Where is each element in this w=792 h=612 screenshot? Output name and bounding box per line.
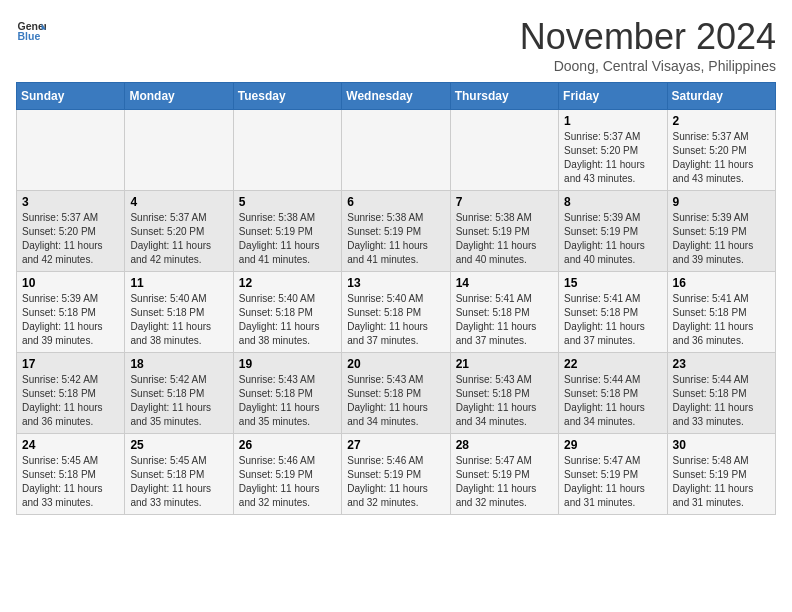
weekday-header-sunday: Sunday: [17, 83, 125, 110]
calendar-cell: 19Sunrise: 5:43 AM Sunset: 5:18 PM Dayli…: [233, 353, 341, 434]
day-info: Sunrise: 5:38 AM Sunset: 5:19 PM Dayligh…: [239, 211, 336, 267]
day-info: Sunrise: 5:39 AM Sunset: 5:18 PM Dayligh…: [22, 292, 119, 348]
calendar-cell: 10Sunrise: 5:39 AM Sunset: 5:18 PM Dayli…: [17, 272, 125, 353]
calendar-cell: [342, 110, 450, 191]
weekday-row: SundayMondayTuesdayWednesdayThursdayFrid…: [17, 83, 776, 110]
calendar-cell: 23Sunrise: 5:44 AM Sunset: 5:18 PM Dayli…: [667, 353, 775, 434]
day-info: Sunrise: 5:37 AM Sunset: 5:20 PM Dayligh…: [130, 211, 227, 267]
location: Doong, Central Visayas, Philippines: [520, 58, 776, 74]
weekday-header-thursday: Thursday: [450, 83, 558, 110]
logo-icon: General Blue: [16, 16, 46, 46]
day-number: 10: [22, 276, 119, 290]
calendar-cell: 15Sunrise: 5:41 AM Sunset: 5:18 PM Dayli…: [559, 272, 667, 353]
day-number: 18: [130, 357, 227, 371]
calendar-cell: [233, 110, 341, 191]
day-info: Sunrise: 5:42 AM Sunset: 5:18 PM Dayligh…: [22, 373, 119, 429]
page-header: General Blue November 2024 Doong, Centra…: [16, 16, 776, 74]
calendar-cell: 27Sunrise: 5:46 AM Sunset: 5:19 PM Dayli…: [342, 434, 450, 515]
calendar-cell: 26Sunrise: 5:46 AM Sunset: 5:19 PM Dayli…: [233, 434, 341, 515]
day-number: 4: [130, 195, 227, 209]
day-info: Sunrise: 5:46 AM Sunset: 5:19 PM Dayligh…: [347, 454, 444, 510]
calendar-cell: 28Sunrise: 5:47 AM Sunset: 5:19 PM Dayli…: [450, 434, 558, 515]
day-info: Sunrise: 5:43 AM Sunset: 5:18 PM Dayligh…: [456, 373, 553, 429]
month-title: November 2024: [520, 16, 776, 58]
calendar-cell: 22Sunrise: 5:44 AM Sunset: 5:18 PM Dayli…: [559, 353, 667, 434]
weekday-header-monday: Monday: [125, 83, 233, 110]
day-info: Sunrise: 5:47 AM Sunset: 5:19 PM Dayligh…: [564, 454, 661, 510]
day-info: Sunrise: 5:37 AM Sunset: 5:20 PM Dayligh…: [673, 130, 770, 186]
day-info: Sunrise: 5:42 AM Sunset: 5:18 PM Dayligh…: [130, 373, 227, 429]
calendar-cell: 7Sunrise: 5:38 AM Sunset: 5:19 PM Daylig…: [450, 191, 558, 272]
calendar-cell: 14Sunrise: 5:41 AM Sunset: 5:18 PM Dayli…: [450, 272, 558, 353]
day-number: 3: [22, 195, 119, 209]
title-block: November 2024 Doong, Central Visayas, Ph…: [520, 16, 776, 74]
day-info: Sunrise: 5:44 AM Sunset: 5:18 PM Dayligh…: [673, 373, 770, 429]
calendar-cell: 24Sunrise: 5:45 AM Sunset: 5:18 PM Dayli…: [17, 434, 125, 515]
day-info: Sunrise: 5:39 AM Sunset: 5:19 PM Dayligh…: [564, 211, 661, 267]
day-info: Sunrise: 5:44 AM Sunset: 5:18 PM Dayligh…: [564, 373, 661, 429]
day-number: 2: [673, 114, 770, 128]
day-info: Sunrise: 5:46 AM Sunset: 5:19 PM Dayligh…: [239, 454, 336, 510]
day-number: 17: [22, 357, 119, 371]
day-number: 23: [673, 357, 770, 371]
day-info: Sunrise: 5:39 AM Sunset: 5:19 PM Dayligh…: [673, 211, 770, 267]
day-number: 22: [564, 357, 661, 371]
day-number: 1: [564, 114, 661, 128]
calendar-week-1: 1Sunrise: 5:37 AM Sunset: 5:20 PM Daylig…: [17, 110, 776, 191]
day-number: 14: [456, 276, 553, 290]
calendar-cell: 18Sunrise: 5:42 AM Sunset: 5:18 PM Dayli…: [125, 353, 233, 434]
day-number: 15: [564, 276, 661, 290]
svg-text:Blue: Blue: [18, 30, 41, 42]
day-info: Sunrise: 5:40 AM Sunset: 5:18 PM Dayligh…: [347, 292, 444, 348]
day-info: Sunrise: 5:38 AM Sunset: 5:19 PM Dayligh…: [347, 211, 444, 267]
day-number: 26: [239, 438, 336, 452]
calendar-cell: 29Sunrise: 5:47 AM Sunset: 5:19 PM Dayli…: [559, 434, 667, 515]
day-info: Sunrise: 5:40 AM Sunset: 5:18 PM Dayligh…: [239, 292, 336, 348]
weekday-header-tuesday: Tuesday: [233, 83, 341, 110]
day-number: 25: [130, 438, 227, 452]
calendar-week-4: 17Sunrise: 5:42 AM Sunset: 5:18 PM Dayli…: [17, 353, 776, 434]
day-number: 27: [347, 438, 444, 452]
day-number: 21: [456, 357, 553, 371]
calendar-cell: 30Sunrise: 5:48 AM Sunset: 5:19 PM Dayli…: [667, 434, 775, 515]
calendar-cell: 12Sunrise: 5:40 AM Sunset: 5:18 PM Dayli…: [233, 272, 341, 353]
day-info: Sunrise: 5:41 AM Sunset: 5:18 PM Dayligh…: [564, 292, 661, 348]
calendar-header: SundayMondayTuesdayWednesdayThursdayFrid…: [17, 83, 776, 110]
day-info: Sunrise: 5:41 AM Sunset: 5:18 PM Dayligh…: [673, 292, 770, 348]
calendar-cell: 11Sunrise: 5:40 AM Sunset: 5:18 PM Dayli…: [125, 272, 233, 353]
calendar-table: SundayMondayTuesdayWednesdayThursdayFrid…: [16, 82, 776, 515]
day-info: Sunrise: 5:45 AM Sunset: 5:18 PM Dayligh…: [130, 454, 227, 510]
day-info: Sunrise: 5:45 AM Sunset: 5:18 PM Dayligh…: [22, 454, 119, 510]
calendar-cell: [17, 110, 125, 191]
calendar-body: 1Sunrise: 5:37 AM Sunset: 5:20 PM Daylig…: [17, 110, 776, 515]
calendar-cell: 13Sunrise: 5:40 AM Sunset: 5:18 PM Dayli…: [342, 272, 450, 353]
calendar-cell: 8Sunrise: 5:39 AM Sunset: 5:19 PM Daylig…: [559, 191, 667, 272]
calendar-cell: [450, 110, 558, 191]
day-number: 6: [347, 195, 444, 209]
day-number: 12: [239, 276, 336, 290]
day-info: Sunrise: 5:43 AM Sunset: 5:18 PM Dayligh…: [239, 373, 336, 429]
day-info: Sunrise: 5:47 AM Sunset: 5:19 PM Dayligh…: [456, 454, 553, 510]
calendar-cell: 5Sunrise: 5:38 AM Sunset: 5:19 PM Daylig…: [233, 191, 341, 272]
calendar-week-5: 24Sunrise: 5:45 AM Sunset: 5:18 PM Dayli…: [17, 434, 776, 515]
day-info: Sunrise: 5:41 AM Sunset: 5:18 PM Dayligh…: [456, 292, 553, 348]
day-info: Sunrise: 5:37 AM Sunset: 5:20 PM Dayligh…: [22, 211, 119, 267]
calendar-cell: 25Sunrise: 5:45 AM Sunset: 5:18 PM Dayli…: [125, 434, 233, 515]
day-number: 19: [239, 357, 336, 371]
calendar-cell: 17Sunrise: 5:42 AM Sunset: 5:18 PM Dayli…: [17, 353, 125, 434]
calendar-week-3: 10Sunrise: 5:39 AM Sunset: 5:18 PM Dayli…: [17, 272, 776, 353]
day-number: 7: [456, 195, 553, 209]
day-number: 29: [564, 438, 661, 452]
weekday-header-saturday: Saturday: [667, 83, 775, 110]
calendar-cell: 20Sunrise: 5:43 AM Sunset: 5:18 PM Dayli…: [342, 353, 450, 434]
calendar-cell: 16Sunrise: 5:41 AM Sunset: 5:18 PM Dayli…: [667, 272, 775, 353]
day-number: 16: [673, 276, 770, 290]
day-info: Sunrise: 5:40 AM Sunset: 5:18 PM Dayligh…: [130, 292, 227, 348]
logo: General Blue: [16, 16, 46, 46]
day-info: Sunrise: 5:38 AM Sunset: 5:19 PM Dayligh…: [456, 211, 553, 267]
calendar-cell: [125, 110, 233, 191]
calendar-cell: 4Sunrise: 5:37 AM Sunset: 5:20 PM Daylig…: [125, 191, 233, 272]
calendar-cell: 1Sunrise: 5:37 AM Sunset: 5:20 PM Daylig…: [559, 110, 667, 191]
day-number: 28: [456, 438, 553, 452]
day-number: 9: [673, 195, 770, 209]
